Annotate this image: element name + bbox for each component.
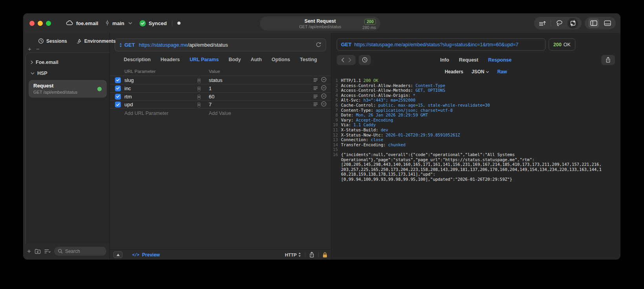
footer-divider: [305, 252, 305, 258]
zoom-window-button[interactable]: [46, 21, 51, 26]
code-text: Date: Mon, 26 Jan 2026 20:29:59 GMT: [341, 113, 428, 118]
titlebar-divider: [172, 20, 172, 26]
add-param-name-field[interactable]: Add URL Parameter: [124, 111, 197, 116]
request-url-bar[interactable]: GET https://statuspage.me/api/embed/stat…: [115, 38, 326, 51]
response-status-box: 200 OK: [549, 38, 575, 51]
view-tab-headers[interactable]: Headers: [445, 69, 463, 75]
tab-options[interactable]: Options: [272, 57, 290, 62]
new-folder-button[interactable]: [35, 249, 41, 254]
tab-testing[interactable]: Testing: [300, 57, 317, 62]
param-name-field[interactable]: rtm: [124, 94, 197, 100]
view-tab-json[interactable]: JSON: [472, 69, 489, 75]
tree-item-foe-email[interactable]: Foe.email: [26, 57, 109, 68]
project-menu[interactable]: foe.email: [66, 20, 98, 27]
remove-session-button[interactable]: −: [36, 47, 40, 51]
response-status-text: OK: [564, 42, 571, 47]
param-checkbox[interactable]: [115, 77, 121, 83]
code-text: X-Status-Now-Utc: 2026-01-26T20:29:59.85…: [341, 133, 460, 138]
resend-request-button[interactable]: [316, 42, 321, 48]
toggle-sidebar-button[interactable]: [588, 18, 599, 28]
remove-param-button[interactable]: [321, 93, 327, 100]
line-number: [331, 162, 341, 167]
sync-label: Synced: [149, 20, 167, 26]
remove-param-button[interactable]: [321, 77, 327, 84]
request-item-subtitle: GET /api/embed/status: [33, 90, 102, 95]
sync-status[interactable]: Synced: [139, 20, 167, 27]
param-checkbox[interactable]: [115, 85, 121, 91]
export-response-button[interactable]: [601, 55, 615, 65]
toolbar-divider: [551, 20, 551, 26]
view-tab-raw[interactable]: Raw: [497, 69, 507, 75]
search-input[interactable]: Search: [54, 247, 106, 256]
code-line: 9Vary: Accept-Encoding: [331, 118, 620, 123]
tab-description[interactable]: Description: [124, 57, 151, 62]
remove-param-button[interactable]: [321, 85, 327, 92]
param-value-field[interactable]: status: [206, 77, 308, 83]
search-placeholder: Search: [65, 249, 80, 254]
param-name-field[interactable]: inc: [124, 85, 197, 91]
response-url-row: GET https://statuspage.me/api/embed/stat…: [337, 38, 615, 51]
toggle-bottom-panel-button[interactable]: [603, 18, 612, 28]
project-name: foe.email: [76, 20, 98, 26]
request-status-pill[interactable]: Sent Request GET /api/embed/status 200 2…: [260, 16, 380, 31]
sort-requests-button[interactable]: [538, 18, 547, 28]
drag-handle-button[interactable]: [313, 94, 318, 100]
minimize-window-button[interactable]: [38, 21, 43, 26]
param-checkbox[interactable]: [115, 94, 121, 100]
editor-footer-right: HTTP: [285, 252, 327, 258]
code-line: Operational"},"page":"status","page_url"…: [331, 157, 620, 162]
code-text: [0,99.94,100,99.93,99.98,99.95,100],"upd…: [341, 177, 512, 182]
drag-handle-button[interactable]: [313, 102, 318, 107]
tab-response[interactable]: Response: [488, 57, 512, 63]
sent-url: https://statuspage.me/api/embed/status?s…: [354, 42, 518, 47]
add-request-button[interactable]: +: [27, 249, 31, 254]
sort-list-button[interactable]: [44, 249, 51, 254]
footer-divider: [318, 252, 319, 258]
param-value-field[interactable]: 1: [206, 85, 308, 91]
param-row: rtm=60: [110, 92, 331, 100]
drag-handle-button[interactable]: [313, 77, 318, 83]
code-line: 7Content-Type: application/json; charset…: [331, 108, 620, 113]
tab-info[interactable]: Info: [440, 57, 449, 63]
sidebar-item-request[interactable]: Request GET /api/embed/status: [29, 80, 107, 98]
tab-url-params[interactable]: URL Params: [190, 57, 219, 62]
code-text: Operational"},"page":"status","page_url"…: [341, 157, 535, 162]
param-value-field[interactable]: 7: [206, 102, 308, 107]
sent-request-url[interactable]: GET https://statuspage.me/api/embed/stat…: [337, 38, 545, 51]
code-line: 12X-Status-Now-Utc: 2026-01-26T20:29:59.…: [331, 133, 620, 138]
lasso-icon-button[interactable]: [555, 18, 564, 28]
drag-handle-button[interactable]: [313, 85, 318, 91]
tab-request[interactable]: Request: [459, 57, 478, 63]
remove-param-button[interactable]: [321, 101, 327, 108]
collapse-panel-button[interactable]: [113, 251, 122, 258]
titlebar-actions: [534, 17, 616, 29]
add-param-value-field[interactable]: Add Value: [206, 111, 308, 116]
tab-headers[interactable]: Headers: [161, 57, 180, 62]
tree-item-hsp[interactable]: HSP: [26, 68, 109, 79]
tab-sessions[interactable]: Sessions: [38, 38, 67, 44]
branch-selector[interactable]: main: [105, 20, 132, 27]
tab-body[interactable]: Body: [228, 57, 241, 62]
tab-auth[interactable]: Auth: [251, 57, 262, 62]
method-selector[interactable]: GET: [124, 42, 135, 48]
share-button[interactable]: [309, 252, 314, 258]
param-checkbox[interactable]: [115, 102, 121, 107]
response-body[interactable]: 1HTTP/1.1 200 OK2Access-Control-Allow-He…: [331, 78, 620, 260]
code-line: 14Transfer-Encoding: chunked: [331, 142, 620, 147]
param-name-field[interactable]: upd: [124, 102, 197, 107]
tab-environments[interactable]: Environments: [76, 38, 116, 44]
param-value-field[interactable]: 60: [206, 94, 308, 100]
remove-param-icon: [321, 93, 327, 99]
code-line: 11X-Status-Build: dev: [331, 127, 620, 133]
preview-button[interactable]: </> Preview: [132, 252, 160, 258]
cloud-icon: [66, 20, 73, 27]
unsaved-indicator-dot: [177, 22, 181, 25]
environments-label: Environments: [84, 38, 116, 44]
param-name-field[interactable]: slug: [124, 77, 197, 83]
lock-icon-button[interactable]: [323, 252, 327, 258]
transfer-panel-button[interactable]: [567, 18, 578, 29]
add-session-button[interactable]: +: [28, 47, 31, 51]
close-window-button[interactable]: [29, 21, 35, 26]
request-status-title: Sent Request: [278, 18, 363, 24]
protocol-selector[interactable]: HTTP: [285, 253, 301, 257]
